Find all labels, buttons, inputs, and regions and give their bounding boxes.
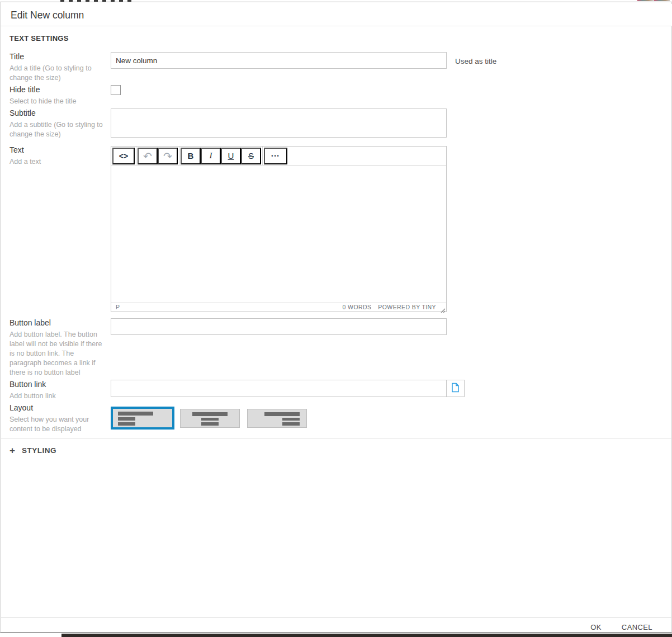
layout-option-text-right[interactable] xyxy=(247,409,307,428)
dialog-header: Edit New column xyxy=(1,4,672,26)
layout-option-text-center[interactable] xyxy=(180,409,240,428)
hide-title-help: Select to hide the title xyxy=(10,97,107,106)
layout-thumbnail-bar xyxy=(282,418,300,421)
layout-thumbnail-bar xyxy=(201,418,219,421)
powered-by-tiny: POWERED BY TINY xyxy=(378,304,436,310)
layout-label: Layout xyxy=(10,403,33,412)
strikethrough-icon[interactable]: S xyxy=(241,148,261,164)
editor-toolbar: <> ↶ ↷ B I U S ••• xyxy=(111,147,446,166)
button-link-input[interactable] xyxy=(111,380,447,397)
resize-handle-icon[interactable] xyxy=(440,305,446,311)
layout-thumbnail-bar xyxy=(282,422,300,426)
button-link-label: Button link xyxy=(10,380,46,389)
source-code-icon[interactable]: <> xyxy=(112,148,135,164)
toolbar-group-more: ••• xyxy=(263,147,288,165)
toolbar-group-format: B I U S xyxy=(179,147,263,165)
rich-text-editor: <> ↶ ↷ B I U S ••• P xyxy=(111,146,447,312)
styling-section-label: STYLING xyxy=(22,446,56,455)
undo-icon[interactable]: ↶ xyxy=(138,148,158,164)
layout-thumbnail-bar xyxy=(201,422,219,426)
background-page-remnant-dots xyxy=(637,0,670,1)
plus-icon: + xyxy=(10,446,15,455)
underline-icon[interactable]: U xyxy=(221,148,241,164)
toolbar-group-code: <> xyxy=(111,147,136,165)
word-count: 0 WORDS xyxy=(343,304,372,310)
footer-divider xyxy=(1,617,672,618)
more-options-icon[interactable]: ••• xyxy=(264,148,287,164)
edit-column-dialog: Edit New column TEXT SETTINGS Title Add … xyxy=(0,2,672,633)
button-label-input[interactable] xyxy=(111,318,447,335)
pick-link-button[interactable] xyxy=(446,380,465,397)
styling-section-toggle[interactable]: + STYLING xyxy=(10,444,56,456)
layout-thumbnail-bar xyxy=(264,412,300,416)
dialog-footer: OK CANCEL xyxy=(590,623,652,631)
element-path: P xyxy=(116,304,120,310)
title-label: Title xyxy=(10,52,24,61)
editor-statusbar: P 0 WORDS POWERED BY TINY xyxy=(111,302,446,312)
bold-icon[interactable]: B xyxy=(181,148,201,164)
toolbar-group-history: ↶ ↷ xyxy=(136,147,179,165)
button-label-label: Button label xyxy=(10,318,51,327)
layout-help: Select how you want your content to be d… xyxy=(10,415,107,434)
cancel-button[interactable]: CANCEL xyxy=(622,623,652,631)
layout-thumbnail-bar xyxy=(118,422,135,426)
hide-title-label: Hide title xyxy=(10,85,40,94)
button-link-help: Add button link xyxy=(10,391,107,401)
document-icon xyxy=(451,383,460,394)
dialog-title: Edit New column xyxy=(11,10,84,21)
used-as-title-note: Used as title xyxy=(455,57,496,65)
background-page-remnant-bottom xyxy=(61,634,672,637)
layout-thumbnail-bar xyxy=(118,412,153,416)
layout-thumbnail-bar xyxy=(118,417,135,421)
text-settings-heading: TEXT SETTINGS xyxy=(10,34,69,43)
text-help: Add a text xyxy=(10,157,107,167)
title-help: Add a title (Go to styling to change the… xyxy=(10,64,107,83)
text-label: Text xyxy=(10,145,24,154)
layout-thumbnail-bar xyxy=(192,412,228,416)
hide-title-checkbox[interactable] xyxy=(111,85,121,95)
redo-icon[interactable]: ↷ xyxy=(158,148,178,164)
button-label-help: Add button label. The button label will … xyxy=(10,330,107,378)
italic-icon[interactable]: I xyxy=(201,148,221,164)
editor-content-area[interactable] xyxy=(111,166,446,302)
subtitle-help: Add a subtitle (Go to styling to change … xyxy=(10,120,107,139)
subtitle-label: Subtitle xyxy=(10,108,36,117)
statusbar-right: 0 WORDS POWERED BY TINY xyxy=(343,304,442,310)
layout-option-text-left[interactable] xyxy=(111,407,174,430)
subtitle-input[interactable] xyxy=(111,108,447,138)
page: Edit New column TEXT SETTINGS Title Add … xyxy=(0,0,672,637)
ok-button[interactable]: OK xyxy=(590,623,602,631)
title-input[interactable] xyxy=(111,52,447,69)
styling-divider xyxy=(1,438,672,438)
